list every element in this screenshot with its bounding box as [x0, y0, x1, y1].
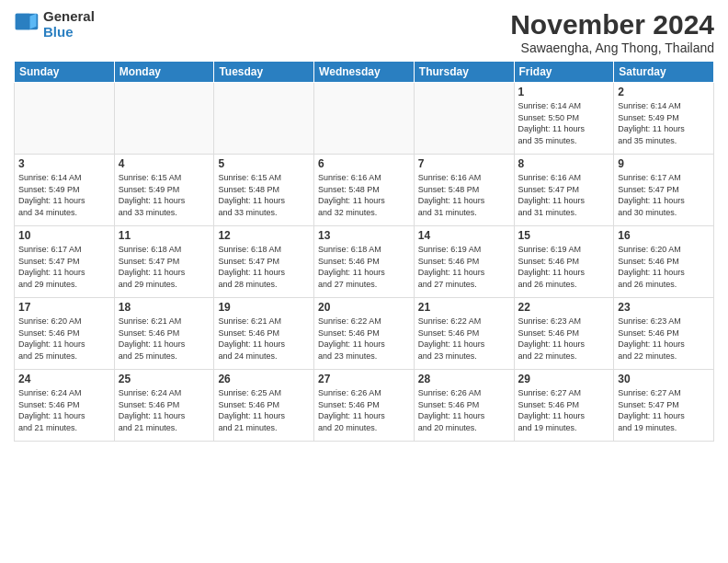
day-number: 6 [318, 157, 410, 170]
calendar-cell: 9Sunrise: 6:17 AM Sunset: 5:47 PM Daylig… [614, 155, 714, 226]
day-number: 9 [618, 157, 710, 170]
day-number: 25 [119, 373, 210, 385]
day-info: Sunrise: 6:19 AM Sunset: 5:46 PM Dayligh… [418, 244, 510, 290]
sub-title: Sawaengha, Ang Thong, Thailand [510, 40, 714, 55]
day-number: 22 [518, 301, 610, 314]
calendar-cell [114, 83, 214, 155]
calendar-cell [15, 83, 115, 155]
calendar-week-row: 1Sunrise: 6:14 AM Sunset: 5:50 PM Daylig… [15, 83, 714, 155]
calendar-cell: 28Sunrise: 6:26 AM Sunset: 5:46 PM Dayli… [414, 370, 514, 442]
day-info: Sunrise: 6:24 AM Sunset: 5:46 PM Dayligh… [119, 387, 210, 433]
calendar-cell: 10Sunrise: 6:17 AM Sunset: 5:47 PM Dayli… [15, 226, 115, 298]
day-number: 23 [618, 301, 710, 314]
day-info: Sunrise: 6:22 AM Sunset: 5:46 PM Dayligh… [318, 316, 410, 362]
calendar-cell: 30Sunrise: 6:27 AM Sunset: 5:47 PM Dayli… [614, 370, 714, 442]
page-header: General Blue November 2024 Sawaengha, An… [14, 9, 714, 55]
calendar-cell [314, 83, 415, 155]
calendar-cell: 13Sunrise: 6:18 AM Sunset: 5:46 PM Dayli… [314, 226, 415, 298]
day-number: 13 [318, 229, 410, 242]
day-info: Sunrise: 6:27 AM Sunset: 5:47 PM Dayligh… [618, 387, 710, 433]
day-info: Sunrise: 6:23 AM Sunset: 5:46 PM Dayligh… [618, 316, 710, 362]
calendar-cell: 24Sunrise: 6:24 AM Sunset: 5:46 PM Dayli… [15, 370, 115, 442]
day-number: 12 [218, 229, 310, 242]
header-sunday: Sunday [15, 62, 115, 83]
calendar-cell: 14Sunrise: 6:19 AM Sunset: 5:46 PM Dayli… [414, 226, 514, 298]
calendar-cell: 2Sunrise: 6:14 AM Sunset: 5:49 PM Daylig… [614, 83, 714, 155]
calendar-cell: 12Sunrise: 6:18 AM Sunset: 5:47 PM Dayli… [214, 226, 314, 298]
title-block: November 2024 Sawaengha, Ang Thong, Thai… [510, 9, 714, 55]
calendar-cell: 16Sunrise: 6:20 AM Sunset: 5:46 PM Dayli… [614, 226, 714, 298]
calendar-cell: 1Sunrise: 6:14 AM Sunset: 5:50 PM Daylig… [514, 83, 614, 155]
calendar-cell: 3Sunrise: 6:14 AM Sunset: 5:49 PM Daylig… [15, 155, 115, 226]
calendar-cell: 29Sunrise: 6:27 AM Sunset: 5:46 PM Dayli… [514, 370, 614, 442]
day-number: 21 [418, 301, 510, 314]
day-info: Sunrise: 6:15 AM Sunset: 5:48 PM Dayligh… [218, 172, 310, 218]
header-friday: Friday [514, 62, 614, 83]
calendar-cell: 18Sunrise: 6:21 AM Sunset: 5:46 PM Dayli… [114, 298, 214, 370]
calendar-week-row: 24Sunrise: 6:24 AM Sunset: 5:46 PM Dayli… [15, 370, 714, 442]
calendar-cell: 27Sunrise: 6:26 AM Sunset: 5:46 PM Dayli… [314, 370, 415, 442]
day-number: 3 [18, 157, 110, 170]
day-info: Sunrise: 6:23 AM Sunset: 5:46 PM Dayligh… [518, 316, 610, 362]
day-info: Sunrise: 6:16 AM Sunset: 5:47 PM Dayligh… [518, 172, 610, 218]
calendar-cell: 5Sunrise: 6:15 AM Sunset: 5:48 PM Daylig… [214, 155, 314, 226]
svg-rect-2 [16, 13, 30, 29]
day-number: 28 [418, 373, 510, 385]
calendar-cell: 11Sunrise: 6:18 AM Sunset: 5:47 PM Dayli… [114, 226, 214, 298]
day-number: 16 [618, 229, 710, 242]
day-number: 15 [518, 229, 610, 242]
day-number: 19 [218, 301, 310, 314]
header-monday: Monday [114, 62, 214, 83]
calendar-cell: 19Sunrise: 6:21 AM Sunset: 5:46 PM Dayli… [214, 298, 314, 370]
calendar-cell [214, 83, 314, 155]
calendar-cell: 23Sunrise: 6:23 AM Sunset: 5:46 PM Dayli… [614, 298, 714, 370]
day-number: 8 [518, 157, 610, 170]
day-number: 18 [119, 301, 210, 314]
logo-general: General [43, 9, 95, 25]
day-info: Sunrise: 6:14 AM Sunset: 5:49 PM Dayligh… [18, 172, 110, 218]
day-number: 7 [418, 157, 510, 170]
day-number: 29 [518, 373, 610, 385]
day-number: 11 [119, 229, 210, 242]
day-info: Sunrise: 6:16 AM Sunset: 5:48 PM Dayligh… [318, 172, 410, 218]
calendar-cell: 8Sunrise: 6:16 AM Sunset: 5:47 PM Daylig… [514, 155, 614, 226]
calendar-cell: 20Sunrise: 6:22 AM Sunset: 5:46 PM Dayli… [314, 298, 415, 370]
day-number: 4 [119, 157, 210, 170]
header-wednesday: Wednesday [314, 62, 415, 83]
main-title: November 2024 [510, 9, 714, 40]
day-info: Sunrise: 6:18 AM Sunset: 5:47 PM Dayligh… [218, 244, 310, 290]
calendar-cell: 22Sunrise: 6:23 AM Sunset: 5:46 PM Dayli… [514, 298, 614, 370]
day-info: Sunrise: 6:26 AM Sunset: 5:46 PM Dayligh… [318, 387, 410, 433]
day-info: Sunrise: 6:17 AM Sunset: 5:47 PM Dayligh… [18, 244, 110, 290]
header-tuesday: Tuesday [214, 62, 314, 83]
day-info: Sunrise: 6:14 AM Sunset: 5:49 PM Dayligh… [618, 100, 710, 146]
header-thursday: Thursday [414, 62, 514, 83]
day-info: Sunrise: 6:21 AM Sunset: 5:46 PM Dayligh… [218, 316, 310, 362]
calendar-header-row: Sunday Monday Tuesday Wednesday Thursday… [15, 62, 714, 83]
day-info: Sunrise: 6:19 AM Sunset: 5:46 PM Dayligh… [518, 244, 610, 290]
calendar-cell: 15Sunrise: 6:19 AM Sunset: 5:46 PM Dayli… [514, 226, 614, 298]
day-number: 30 [618, 373, 710, 385]
day-number: 5 [218, 157, 310, 170]
day-number: 14 [418, 229, 510, 242]
day-info: Sunrise: 6:27 AM Sunset: 5:46 PM Dayligh… [518, 387, 610, 433]
logo-icon [14, 12, 40, 38]
day-info: Sunrise: 6:14 AM Sunset: 5:50 PM Dayligh… [518, 100, 610, 146]
day-info: Sunrise: 6:18 AM Sunset: 5:46 PM Dayligh… [318, 244, 410, 290]
day-info: Sunrise: 6:24 AM Sunset: 5:46 PM Dayligh… [18, 387, 110, 433]
calendar-cell: 25Sunrise: 6:24 AM Sunset: 5:46 PM Dayli… [114, 370, 214, 442]
calendar-table: Sunday Monday Tuesday Wednesday Thursday… [14, 61, 714, 442]
logo-text: General Blue [43, 9, 95, 40]
calendar-cell [414, 83, 514, 155]
day-number: 26 [218, 373, 310, 385]
calendar-week-row: 10Sunrise: 6:17 AM Sunset: 5:47 PM Dayli… [15, 226, 714, 298]
calendar-cell: 17Sunrise: 6:20 AM Sunset: 5:46 PM Dayli… [15, 298, 115, 370]
calendar-cell: 21Sunrise: 6:22 AM Sunset: 5:46 PM Dayli… [414, 298, 514, 370]
day-info: Sunrise: 6:26 AM Sunset: 5:46 PM Dayligh… [418, 387, 510, 433]
day-number: 10 [18, 229, 110, 242]
day-info: Sunrise: 6:20 AM Sunset: 5:46 PM Dayligh… [618, 244, 710, 290]
day-info: Sunrise: 6:25 AM Sunset: 5:46 PM Dayligh… [218, 387, 310, 433]
day-number: 20 [318, 301, 410, 314]
day-number: 2 [618, 86, 710, 98]
header-saturday: Saturday [614, 62, 714, 83]
